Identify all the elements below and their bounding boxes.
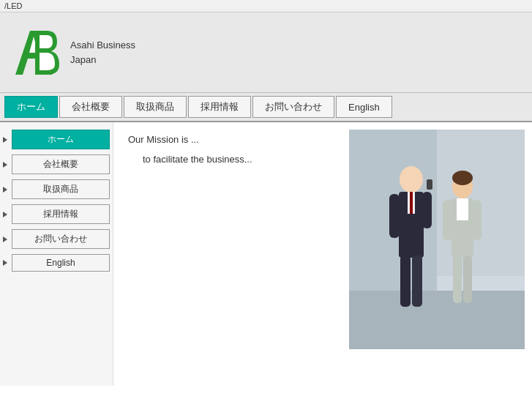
hero-image	[349, 130, 525, 349]
svg-rect-18	[453, 256, 462, 303]
svg-rect-6	[389, 194, 400, 238]
company-name-line2: Japan	[70, 53, 135, 67]
sidebar-btn-1[interactable]: 会社概要	[12, 154, 110, 174]
nav-item-5[interactable]: English	[336, 96, 392, 118]
nav-item-3[interactable]: 採用情報	[188, 96, 251, 118]
sidebar-arrow-icon-4	[3, 236, 9, 242]
header: Asahi Business Japan	[0, 12, 532, 93]
content-area: Our Mission is ... to facilitate the bus…	[113, 122, 532, 386]
svg-rect-12	[410, 192, 413, 214]
sidebar-item-wrapper-1: 会社概要	[0, 153, 113, 176]
sidebar-arrow-icon-3	[3, 212, 9, 217]
svg-rect-20	[457, 198, 468, 220]
svg-rect-10	[412, 256, 422, 307]
hero-illustration	[349, 130, 525, 349]
sidebar-item-wrapper-2: 取扱商品	[0, 178, 113, 201]
svg-rect-16	[443, 200, 452, 240]
sidebar-item-wrapper-3: 採用情報	[0, 203, 113, 225]
nav-item-0[interactable]: ホーム	[4, 96, 58, 118]
navbar: ホーム会社概要取扱商品採用情報お問い合わせEnglish	[0, 93, 532, 122]
svg-rect-7	[422, 192, 432, 228]
top-bar-text: /LED	[4, 1, 22, 10]
sidebar-btn-5[interactable]: English	[12, 254, 110, 272]
sidebar-item-wrapper-0: ホーム	[0, 128, 113, 151]
sidebar-arrow-icon-0	[3, 137, 9, 143]
main-area: ホーム会社概要取扱商品採用情報お問い合わせEnglish Our Mission…	[0, 122, 532, 386]
svg-rect-9	[400, 256, 411, 307]
logo-container: Asahi Business Japan	[12, 23, 135, 82]
sidebar-btn-0[interactable]: ホーム	[12, 130, 110, 149]
nav-item-2[interactable]: 取扱商品	[124, 96, 187, 118]
svg-point-4	[400, 166, 423, 193]
svg-rect-8	[427, 179, 432, 190]
company-name-line1: Asahi Business	[70, 38, 135, 53]
svg-point-14	[452, 171, 473, 185]
top-bar: /LED	[0, 0, 532, 12]
sidebar-arrow-icon-2	[3, 187, 9, 193]
nav-item-4[interactable]: お問い合わせ	[252, 96, 334, 118]
svg-rect-17	[473, 200, 482, 240]
logo-text: Asahi Business Japan	[70, 38, 135, 67]
sidebar-item-wrapper-5: English	[0, 253, 113, 273]
svg-rect-3	[349, 291, 525, 349]
sidebar-item-wrapper-4: お問い合わせ	[0, 228, 113, 250]
logo-icon	[12, 23, 63, 82]
sidebar-btn-3[interactable]: 採用情報	[12, 204, 110, 224]
sidebar-arrow-icon-1	[3, 162, 9, 168]
sidebar-arrow-icon-5	[3, 260, 9, 266]
sidebar-btn-4[interactable]: お問い合わせ	[12, 229, 110, 249]
nav-item-1[interactable]: 会社概要	[59, 96, 122, 118]
svg-rect-19	[463, 256, 472, 303]
sidebar: ホーム会社概要取扱商品採用情報お問い合わせEnglish	[0, 122, 113, 386]
sidebar-btn-2[interactable]: 取扱商品	[12, 179, 110, 199]
